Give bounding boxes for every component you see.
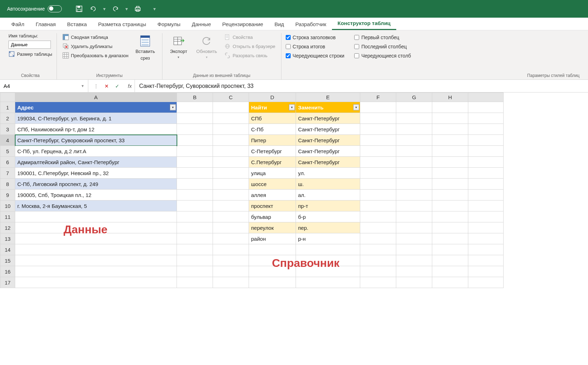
header-row-checkbox[interactable]: Строка заголовков	[286, 35, 345, 40]
table-row[interactable]: шоссе	[249, 179, 296, 190]
cell[interactable]	[360, 190, 396, 201]
fx-label[interactable]: fx	[125, 80, 135, 92]
tab-developer[interactable]: Разработчик	[290, 18, 332, 30]
col-header-G[interactable]: G	[396, 93, 432, 102]
cell[interactable]	[15, 277, 177, 288]
save-icon[interactable]	[74, 4, 84, 14]
cell[interactable]	[360, 244, 396, 255]
cell[interactable]	[432, 222, 468, 233]
table-row[interactable]: б-р	[296, 211, 360, 222]
cell[interactable]	[396, 102, 432, 113]
table-row[interactable]: р-н	[296, 233, 360, 244]
row-header[interactable]: 3	[0, 124, 15, 135]
row-header[interactable]: 2	[0, 113, 15, 124]
convert-to-range-button[interactable]: Преобразовать в диапазон	[61, 52, 130, 59]
row-header[interactable]: 1	[0, 102, 15, 113]
cell[interactable]	[177, 135, 213, 146]
cell[interactable]	[177, 211, 213, 222]
cell[interactable]	[360, 266, 396, 277]
cell[interactable]	[396, 211, 432, 222]
cell[interactable]	[360, 222, 396, 233]
tab-home[interactable]: Главная	[30, 18, 61, 30]
cell[interactable]	[468, 190, 504, 201]
export-button[interactable]: Экспорт ▾	[167, 33, 191, 60]
cell[interactable]	[432, 190, 468, 201]
table-header-address[interactable]: Адрес ▼	[15, 102, 177, 113]
cell[interactable]	[15, 244, 177, 255]
cell[interactable]	[396, 146, 432, 157]
cell[interactable]	[432, 146, 468, 157]
cell[interactable]	[432, 113, 468, 124]
cell[interactable]	[213, 146, 249, 157]
table-row[interactable]: Санкт-Петербург	[296, 135, 360, 146]
row-header[interactable]: 12	[0, 222, 15, 233]
tab-file[interactable]: Файл	[6, 18, 30, 30]
cell[interactable]	[177, 277, 213, 288]
formula-input[interactable]	[135, 80, 588, 92]
table-row-active[interactable]: Санкт-Петербург, Суворовский проспект, 3…	[15, 135, 177, 146]
tab-pagelayout[interactable]: Разметка страницы	[93, 18, 152, 30]
cell[interactable]	[360, 113, 396, 124]
cell[interactable]	[432, 233, 468, 244]
cell[interactable]	[249, 244, 296, 255]
total-row-checkbox[interactable]: Строка итогов	[286, 44, 345, 49]
table-row[interactable]: район	[249, 233, 296, 244]
cell[interactable]	[213, 222, 249, 233]
table-row[interactable]: 190005, Спб, Троицкая пл., 12	[15, 190, 177, 201]
cell[interactable]	[468, 244, 504, 255]
redo-icon[interactable]	[111, 4, 120, 14]
cell[interactable]	[177, 233, 213, 244]
cell[interactable]	[432, 244, 468, 255]
banded-rows-checkbox[interactable]: Чередующиеся строки	[286, 53, 345, 59]
resize-table-button[interactable]: Размер таблицы	[8, 51, 52, 57]
pivot-table-button[interactable]: Сводная таблица	[61, 33, 130, 41]
quickprint-icon[interactable]	[133, 4, 143, 14]
table-row[interactable]: 190001, С.Петербург, Невский пр., 32	[15, 168, 177, 179]
tab-insert[interactable]: Вставка	[61, 18, 93, 30]
table-header-find[interactable]: Найти ▼	[249, 102, 296, 113]
table-row[interactable]: проспект	[249, 201, 296, 211]
cell[interactable]	[177, 190, 213, 201]
autosave-toggle[interactable]: Автосохранение	[7, 5, 62, 12]
cell[interactable]	[396, 124, 432, 135]
table-row[interactable]: Питер	[249, 135, 296, 146]
cell[interactable]	[213, 168, 249, 179]
row-header[interactable]: 16	[0, 266, 15, 277]
row-header[interactable]: 11	[0, 211, 15, 222]
table-row[interactable]: пер.	[296, 222, 360, 233]
table-row[interactable]: улица	[249, 168, 296, 179]
cell[interactable]	[213, 190, 249, 201]
row-header[interactable]: 5	[0, 146, 15, 157]
filter-button[interactable]: ▼	[170, 104, 176, 110]
cell[interactable]	[468, 222, 504, 233]
cell[interactable]	[468, 102, 504, 113]
last-col-checkbox[interactable]: Последний столбец	[354, 44, 411, 49]
cell[interactable]	[15, 266, 177, 277]
table-row[interactable]: С.Петербург	[249, 157, 296, 168]
cell[interactable]	[396, 179, 432, 190]
table-row[interactable]: Санкт-Петербург	[296, 146, 360, 157]
cell[interactable]	[213, 266, 249, 277]
dropdown-icon[interactable]: ▾	[153, 6, 156, 12]
cell[interactable]	[468, 157, 504, 168]
table-row[interactable]: пр-т	[296, 201, 360, 211]
col-header-D[interactable]: D	[249, 93, 296, 102]
cell[interactable]	[468, 255, 504, 266]
row-header[interactable]: 6	[0, 157, 15, 168]
table-row[interactable]: С-Пб	[249, 124, 296, 135]
table-row[interactable]: Санкт-Петербург	[296, 124, 360, 135]
cell[interactable]	[15, 211, 177, 222]
cell[interactable]	[213, 201, 249, 211]
cell[interactable]	[396, 201, 432, 211]
cell[interactable]	[296, 277, 360, 288]
table-row[interactable]: 199034, С-Петербург, ул. Беринга, д. 1	[15, 113, 177, 124]
cell[interactable]	[396, 222, 432, 233]
cell[interactable]	[468, 124, 504, 135]
cell[interactable]	[360, 211, 396, 222]
cell[interactable]	[360, 102, 396, 113]
enter-icon[interactable]: ✓	[113, 82, 121, 90]
cell[interactable]	[296, 244, 360, 255]
undo-icon[interactable]	[88, 4, 98, 14]
cell[interactable]	[213, 124, 249, 135]
cell[interactable]	[360, 146, 396, 157]
